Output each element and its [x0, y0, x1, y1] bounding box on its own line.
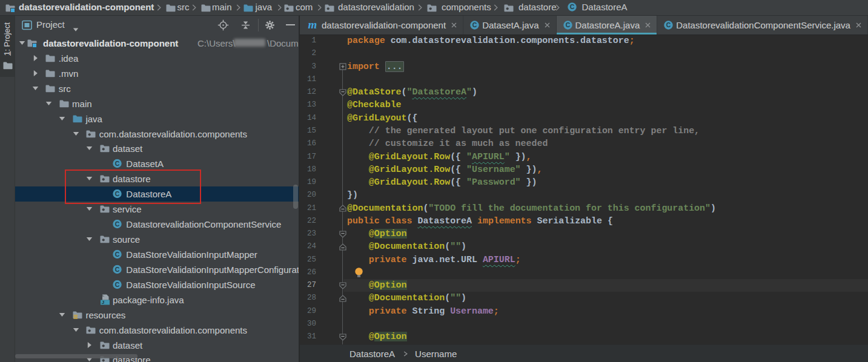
svg-text:C: C — [115, 160, 120, 167]
svg-text:C: C — [115, 281, 120, 288]
svg-text:C: C — [472, 21, 477, 28]
svg-text:C: C — [666, 21, 671, 28]
svg-text:C: C — [570, 3, 575, 10]
svg-text:C: C — [115, 220, 120, 228]
svg-text:C: C — [565, 21, 570, 28]
svg-text:C: C — [115, 251, 120, 258]
svg-text:J: J — [101, 300, 104, 305]
svg-text:C: C — [115, 266, 120, 273]
svg-text:m: m — [308, 20, 317, 30]
